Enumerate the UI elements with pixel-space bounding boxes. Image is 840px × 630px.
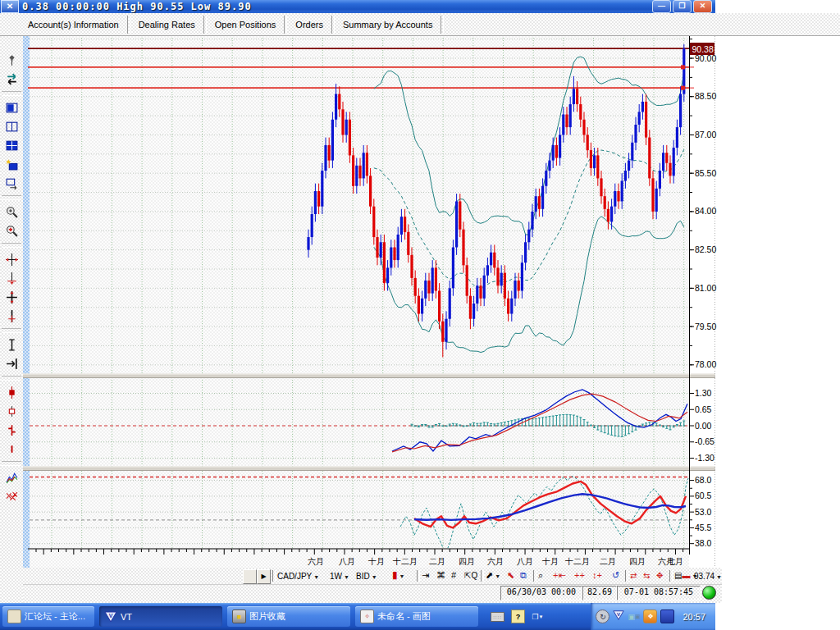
taskbar-hidden-icons: ::::?❐▼ xyxy=(482,609,552,623)
tab-open-positions[interactable]: Open Positions xyxy=(207,16,285,33)
crosshair-move-button[interactable] xyxy=(2,288,21,307)
scroll-blank-button[interactable] xyxy=(243,569,257,584)
zoom-region-button[interactable] xyxy=(2,221,21,240)
restore-button[interactable]: ❐ xyxy=(673,0,692,13)
tab-summary-by-accounts[interactable]: Summary by Accounts xyxy=(335,16,441,33)
taskbar-button-paint[interactable]: ✧未命名 - 画图 xyxy=(355,606,478,627)
candle-style-button[interactable] xyxy=(2,383,21,402)
taskbar-button-pictures[interactable]: ■图片收藏 xyxy=(227,606,350,627)
freehand-draw-button[interactable] xyxy=(2,487,21,506)
network-icon[interactable]: ▣▣ xyxy=(628,610,640,623)
cross-left-tool[interactable]: +⇤ xyxy=(553,569,566,582)
pushpin-button[interactable] xyxy=(2,51,21,70)
chart-style-dropdown[interactable]: ▮▼ xyxy=(392,569,405,582)
symbol-dropdown[interactable]: CAD/JPY▼ xyxy=(277,570,319,583)
layout-single-button[interactable] xyxy=(2,98,21,117)
close-button[interactable]: ✕ xyxy=(693,0,712,13)
connection-status-icon xyxy=(702,586,716,600)
toolbar-separator xyxy=(669,570,673,582)
layout-split-button[interactable] xyxy=(2,117,21,136)
price-axis-area[interactable] xyxy=(689,36,717,568)
hollow-candle-style-button[interactable] xyxy=(2,402,21,421)
server-time-panel: 07-01 08:57:45 xyxy=(617,586,701,600)
title-bar: ✕ 0.38 00:00:00 High 90.55 Low 89.90 — ❐… xyxy=(0,0,715,13)
period-dropdown[interactable]: 1W▼ xyxy=(330,570,349,583)
cross-h-tool[interactable]: ++ xyxy=(574,569,585,582)
vt-tray-icon[interactable]: V xyxy=(613,609,624,624)
crosshair-vertical-button[interactable] xyxy=(2,307,21,326)
fit-width-button[interactable]: ⇥ xyxy=(422,569,429,582)
tab-separator xyxy=(441,16,444,34)
toolbar-separator xyxy=(481,570,484,582)
crosshair-expand-button[interactable] xyxy=(2,250,21,269)
chart-canvas[interactable] xyxy=(30,36,689,568)
red-pointer-tool[interactable]: ⬉ xyxy=(507,569,514,582)
clock-sync-icon[interactable]: ↻ xyxy=(596,609,609,623)
export-chart-button[interactable] xyxy=(2,174,21,193)
toolbar-group-separator xyxy=(2,195,21,200)
revert-tool[interactable]: ↺ xyxy=(612,569,619,582)
toolbar-separator xyxy=(533,570,536,582)
text-cursor-button[interactable] xyxy=(2,336,21,354)
cascade-tool[interactable]: ⧉ xyxy=(520,569,527,582)
tab-orders[interactable]: Orders xyxy=(287,16,331,33)
grid-toggle-button[interactable]: # xyxy=(451,569,456,582)
price-panel: 82.69 xyxy=(582,586,617,600)
arrow-to-line-button[interactable] xyxy=(2,354,21,373)
chart-left-edge xyxy=(23,36,30,572)
taskbar-button-forum[interactable]: 汇论坛 - 主论... xyxy=(2,606,94,627)
zoom-plus-tool[interactable]: ⌕ xyxy=(538,569,543,582)
journal-icon[interactable] xyxy=(660,609,674,623)
pointer-tool[interactable]: ⬈▼ xyxy=(486,569,500,582)
input-method-icon[interactable]: ? xyxy=(511,609,525,623)
scroll-right-button[interactable]: ▶ xyxy=(257,569,271,584)
minimize-button[interactable]: — xyxy=(652,0,671,13)
toolbar-group-separator xyxy=(2,461,21,466)
new-chart-button[interactable] xyxy=(2,155,21,174)
system-tray: ↻V▣▣❖20:57 xyxy=(591,603,715,630)
price-type-dropdown[interactable]: BID▼ xyxy=(356,570,377,583)
toolbar-separator xyxy=(417,570,420,582)
fit-height-button[interactable]: ⌘ xyxy=(436,569,445,582)
value-dropdown[interactable]: 93.74▼ xyxy=(694,570,722,583)
tab-dealing-rates[interactable]: Dealing Rates xyxy=(130,16,203,33)
taskbar: 汇论坛 - 主论...VVT■图片收藏✧未命名 - 画图::::?❐▼↻V▣▣❖… xyxy=(0,603,715,630)
zoom-in-button[interactable] xyxy=(2,203,21,221)
expand-h-tool[interactable]: ⇄ xyxy=(630,569,637,582)
toolbar-group-separator xyxy=(2,243,21,248)
svg-text:V: V xyxy=(109,613,113,619)
toolbar-separator xyxy=(625,570,628,582)
line-style-button[interactable] xyxy=(2,440,21,459)
cross-v-tool[interactable]: ↕+ xyxy=(592,569,602,582)
swap-arrows-button[interactable] xyxy=(2,70,21,89)
tray-clock: 20:57 xyxy=(678,612,710,622)
bar-style-button[interactable] xyxy=(2,421,21,440)
crosshair-drop-button[interactable] xyxy=(2,269,21,288)
system-menu-icon[interactable]: ✕ xyxy=(1,0,19,13)
toolbar-group-separator xyxy=(2,91,21,96)
restore-window-icon[interactable]: ❐▼ xyxy=(532,610,544,623)
tab-strip: Account(s) InformationDealing RatesOpen … xyxy=(0,13,840,36)
expand-all-tool[interactable]: ✥ xyxy=(656,569,663,582)
layout-quad-button[interactable] xyxy=(2,136,21,155)
window-controls: — ❐ ✕ xyxy=(652,0,715,13)
toolbar-group-separator xyxy=(2,328,21,333)
indicators-zigzag-button[interactable] xyxy=(2,468,21,487)
toolbar-separator xyxy=(272,570,276,582)
snap-button[interactable]: ⇱Q xyxy=(464,569,477,582)
toolbar-group-separator xyxy=(2,376,21,381)
bar-time-panel: 06/30/03 00:00 xyxy=(500,586,582,600)
window-title: 0.38 00:00:00 High 90.55 Low 89.90 xyxy=(22,1,252,12)
update-icon[interactable]: ❖ xyxy=(643,609,657,623)
keyboard-icon[interactable]: :::: xyxy=(491,612,504,622)
tab-account-s-information[interactable]: Account(s) Information xyxy=(20,16,127,33)
left-toolbar xyxy=(0,36,23,603)
expand-hv-tool[interactable]: ⇆ xyxy=(643,569,650,582)
taskbar-button-vt-logo[interactable]: VVT xyxy=(99,606,222,627)
